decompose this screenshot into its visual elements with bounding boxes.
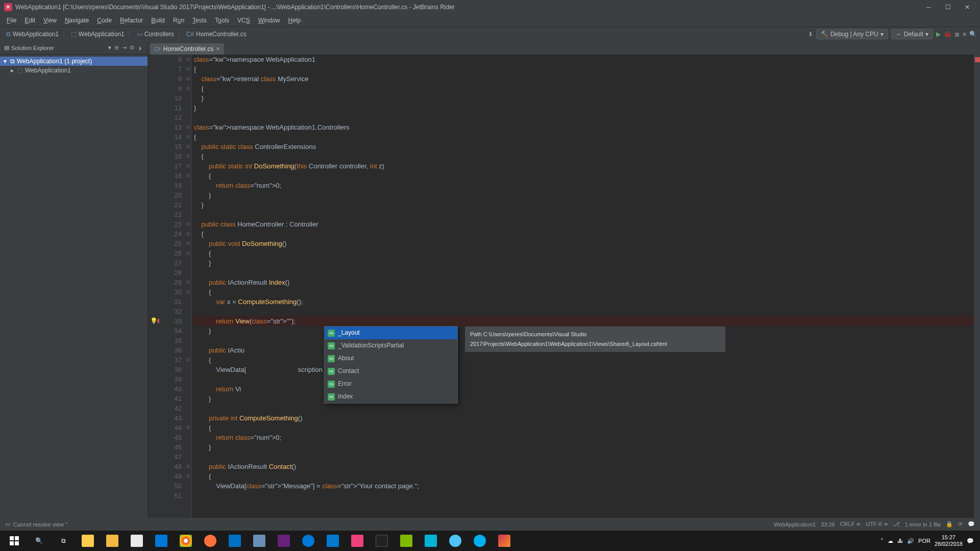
chevron-right-icon: 〉 [62, 30, 68, 39]
volume-icon[interactable]: 🔊 [907, 538, 914, 544]
dropdown-icon[interactable]: ▤ [4, 44, 9, 51]
menu-vcs[interactable]: VCS [234, 15, 254, 26]
configuration-selector[interactable]: ↔ Default ▾ [891, 29, 933, 39]
run-button[interactable]: ▶ [936, 31, 941, 38]
status-context[interactable]: WebApplication1 [774, 521, 816, 528]
chevron-down-icon: ▾ [880, 31, 884, 38]
target-icon[interactable]: ⊕ [114, 44, 119, 51]
run-config-selector[interactable]: 🔨 Debug | Any CPU ▾ [816, 29, 888, 39]
autocomplete-item[interactable]: csAbout [325, 352, 457, 365]
start-button[interactable] [2, 531, 27, 551]
menu-view[interactable]: View [40, 15, 60, 26]
taskbar-app-7[interactable] [419, 531, 443, 551]
hide-icon[interactable]: ⏵ [138, 45, 143, 51]
tree-solution-root[interactable]: ▾ ⧉ WebApplication1 (1 project) [0, 57, 148, 66]
taskbar-app-1[interactable] [100, 531, 125, 551]
coverage-button[interactable]: ◼ [954, 31, 960, 38]
store-icon[interactable] [149, 531, 174, 551]
status-cursor[interactable]: 33:26 [821, 521, 835, 528]
clock[interactable]: 15:27 28/02/2018 [935, 534, 963, 547]
breadcrumb[interactable]: ⧉ WebApplication1 〉 ⬚ WebApplication1 〉 … [3, 30, 250, 39]
menu-window[interactable]: Window [255, 15, 284, 26]
lock-icon[interactable]: 🔒 [946, 521, 953, 528]
sync-icon[interactable]: ⟳ [958, 521, 963, 528]
tree-project[interactable]: ▸ ⬚ WebApplication1 [0, 66, 148, 75]
menu-file[interactable]: File [3, 15, 20, 26]
menu-tools[interactable]: Tools [211, 15, 233, 26]
error-summary-icon[interactable] [975, 57, 980, 62]
notifications-icon[interactable]: 💬 [968, 521, 975, 528]
project-icon: ⬚ [17, 67, 23, 74]
collapse-icon[interactable]: ⇥ [122, 44, 127, 51]
expand-icon[interactable]: ▸ [9, 67, 15, 74]
debug-button[interactable]: 🐞 [944, 31, 951, 38]
view-icon: cs [328, 342, 335, 349]
autocomplete-item[interactable]: cs_ValidationScriptsPartial [325, 339, 457, 352]
editor-tab-bar: C# HomeController.cs × [148, 41, 980, 55]
autocomplete-item[interactable]: csContact [325, 365, 457, 378]
firefox-icon[interactable] [198, 531, 223, 551]
notifications-tray-icon[interactable]: 💬 [967, 538, 974, 544]
skype-icon[interactable] [468, 531, 492, 551]
window-title: WebApplication1 [C:\Users\rperes\Documen… [15, 4, 924, 11]
minimize-button[interactable]: ─ [924, 3, 933, 12]
search-button[interactable]: 🔍 [27, 531, 51, 551]
view-icon: cs [328, 330, 335, 337]
autocomplete-item[interactable]: csIndex [325, 390, 457, 403]
tray-chevron-icon[interactable]: ˄ [880, 538, 884, 544]
menu-code[interactable]: Code [93, 15, 115, 26]
app-icon: R [4, 3, 12, 11]
terminal-icon[interactable] [370, 531, 394, 551]
crumb-solution: WebApplication1 [13, 31, 59, 38]
taskbar-app-2[interactable] [125, 531, 149, 551]
taskbar-app-6[interactable] [394, 531, 419, 551]
fold-column: ⊟⊟⊟⊟⊟⊟⊟⊟⊟⊟⊟⊟⊟⊟⊟⊟⊟⊟⊟⊟ [185, 55, 192, 518]
chevron-down-icon: ▾ [925, 31, 928, 38]
chrome-icon[interactable] [174, 531, 198, 551]
rider-icon[interactable] [492, 531, 517, 551]
menu-run[interactable]: Run [169, 15, 188, 26]
menu-tests[interactable]: Tests [189, 15, 210, 26]
error-stripe [974, 55, 980, 518]
vscode-icon[interactable] [321, 531, 345, 551]
status-linesep[interactable]: CRLF ≑ [840, 521, 861, 528]
chevron-down-icon[interactable]: ▾ [108, 44, 111, 51]
vcs-icon[interactable]: ⎇ [893, 521, 900, 528]
task-view-button[interactable]: ⧉ [51, 531, 76, 551]
search-button[interactable]: 🔍 [969, 31, 977, 38]
file-explorer-icon[interactable] [76, 531, 100, 551]
build-icon[interactable]: ⬇ [808, 31, 813, 38]
autocomplete-item[interactable]: csError [325, 378, 457, 390]
menu-build[interactable]: Build [148, 15, 168, 26]
menu-refactor[interactable]: Refactor [116, 15, 146, 26]
taskbar-app-5[interactable] [345, 531, 370, 551]
title-bar: R WebApplication1 [C:\Users\rperes\Docum… [0, 0, 980, 14]
onedrive-icon[interactable]: ☁ [888, 538, 893, 544]
taskbar-app-3[interactable] [247, 531, 272, 551]
gear-icon[interactable]: ⚙ [130, 44, 135, 51]
visual-studio-icon[interactable] [272, 531, 296, 551]
expand-icon[interactable]: ▾ [2, 58, 8, 65]
menu-edit[interactable]: Edit [21, 15, 39, 26]
code-editor[interactable]: 💡 67891011121314151617181920212223242526… [148, 55, 980, 518]
bulb-icon[interactable]: 💡 [150, 316, 158, 326]
taskbar-app-4[interactable] [296, 531, 321, 551]
tab-home-controller[interactable]: C# HomeController.cs × [150, 43, 224, 55]
outlook-icon[interactable] [223, 531, 247, 551]
menu-navigate[interactable]: Navigate [61, 15, 92, 26]
status-errors[interactable]: 1 error in 1 file [905, 521, 941, 528]
network-icon[interactable]: 🖧 [897, 538, 903, 544]
stop-button[interactable]: ■ [963, 31, 966, 38]
language-indicator[interactable]: POR [918, 538, 930, 544]
autocomplete-item[interactable]: cs_Layout [325, 327, 457, 339]
maximize-button[interactable]: ☐ [943, 3, 952, 12]
status-encoding[interactable]: UTF-8 ≑ [866, 521, 888, 528]
taskbar-app-8[interactable] [443, 531, 468, 551]
close-button[interactable]: ✕ [963, 3, 972, 12]
close-tab-icon[interactable]: × [216, 45, 220, 53]
menu-help[interactable]: Help [284, 15, 304, 26]
svg-rect-3 [15, 541, 19, 545]
ac-item-label: Index [338, 392, 353, 402]
code-content[interactable]: class="kw">namespace WebApplication1{ cl… [192, 55, 980, 518]
menu-bar: File Edit View Navigate Code Refactor Bu… [0, 14, 980, 27]
